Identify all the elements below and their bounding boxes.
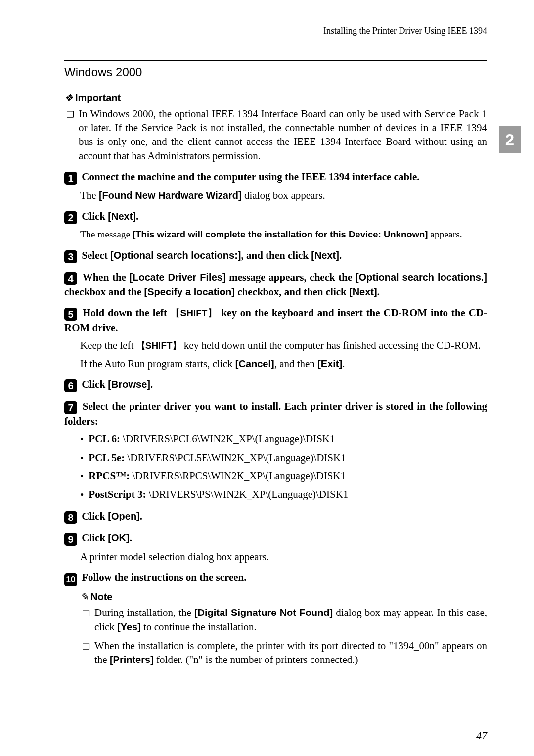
- important-item: ❐ In Windows 2000, the optional IEEE 139…: [66, 107, 487, 163]
- step-8-b: .: [140, 510, 142, 522]
- note-1-c: to continue the installation.: [141, 621, 257, 633]
- shift-key-label: SHIFT: [171, 308, 218, 318]
- step-number-9: 9: [64, 533, 77, 546]
- important-label: Important: [75, 92, 121, 105]
- next-label: [Next]: [108, 211, 136, 222]
- ok-label: [OK]: [108, 532, 129, 543]
- driver-item-text: PCL 6: \DRIVERS\PCL6\WIN2K_XP\(Language)…: [89, 432, 487, 446]
- step-7-main: Select the printer driver you want to in…: [64, 400, 487, 427]
- step-2-body-a: The message: [80, 229, 133, 239]
- driver-item-text: PCL 5e: \DRIVERS\PCL5E\WIN2K_XP\(Languag…: [89, 451, 487, 465]
- step-2-body: The message [This wizard will complete t…: [80, 228, 487, 241]
- step-4-a: When the: [83, 271, 130, 283]
- page-number: 47: [476, 728, 487, 743]
- step-6-b: .: [150, 378, 153, 390]
- note-1-a: During installation, the: [94, 607, 194, 618]
- step-10-main: Follow the instructions on the screen.: [82, 571, 246, 583]
- note-block: ✎ Note ❐ During installation, the [Digit…: [80, 590, 487, 666]
- step-4-c: checkbox and the: [64, 286, 144, 298]
- shift-key-label-2: SHIFT: [136, 340, 181, 351]
- driver-item-text: PostScript 3: \DRIVERS\PS\WIN2K_XP\(Lang…: [89, 487, 487, 501]
- step-1-body-b: dialog box appears.: [242, 189, 325, 201]
- step-9-a: Click: [82, 532, 108, 544]
- step-4: 4 When the [Locate Driver Files] message…: [64, 270, 487, 299]
- step-number-3: 3: [64, 250, 77, 263]
- step-3-c: .: [339, 249, 342, 261]
- exit-label: [Exit]: [317, 358, 342, 369]
- important-header: ❖ Important: [64, 92, 487, 105]
- optional-search-locations-label: [Optional search locations:]: [110, 250, 241, 261]
- driver-list: •PCL 6: \DRIVERS\PCL6\WIN2K_XP\(Language…: [80, 432, 487, 502]
- note-2-b: folder. ("n" is the number of printers c…: [154, 654, 358, 665]
- digital-signature-not-found-label: [Digital Signature Not Found]: [194, 607, 333, 618]
- step-5-body1-b: key held down until the computer has fin…: [181, 339, 481, 351]
- important-icon: ❖: [64, 92, 73, 105]
- found-new-hardware-wizard-label: [Found New Hardware Wizard]: [99, 190, 242, 201]
- list-item: •PCL 5e: \DRIVERS\PCL5E\WIN2K_XP\(Langua…: [80, 451, 487, 465]
- box-bullet-icon: ❐: [66, 109, 74, 121]
- step-4-main: When the [Locate Driver Files] message a…: [64, 271, 487, 298]
- step-8-main: Click [Open].: [82, 510, 142, 522]
- list-item: •PostScript 3: \DRIVERS\PS\WIN2K_XP\(Lan…: [80, 487, 487, 502]
- box-bullet-icon: ❐: [82, 608, 90, 619]
- step-3-a: Select: [82, 249, 110, 261]
- important-text: In Windows 2000, the optional IEEE 1394 …: [79, 107, 487, 163]
- note-label: Note: [90, 590, 112, 604]
- note-header: ✎ Note: [80, 590, 487, 604]
- step-number-1: 1: [64, 172, 77, 185]
- note-2-text: When the installation is complete, the p…: [94, 639, 487, 667]
- note-icon: ✎: [80, 590, 89, 604]
- note-item-1: ❐ During installation, the [Digital Sign…: [82, 606, 487, 634]
- wizard-complete-label: [This wizard will complete the installat…: [133, 229, 428, 239]
- next-label-3: [Next]: [311, 250, 339, 261]
- step-9-body: A printer model selection dialog box app…: [80, 550, 487, 564]
- step-2-body-b: appears.: [428, 229, 462, 239]
- note-1-text: During installation, the [Digital Signat…: [94, 606, 487, 634]
- step-number-8: 8: [64, 511, 77, 524]
- step-9: 9 Click [OK].: [64, 531, 487, 546]
- bullet-icon: •: [80, 470, 84, 483]
- step-number-6: 6: [64, 379, 77, 392]
- step-5-body2-a: If the Auto Run program starts, click: [80, 358, 235, 370]
- step-5-body2-b: , and then: [274, 358, 317, 370]
- list-item: •RPCS™: \DRIVERS\RPCS\WIN2K_XP\(Language…: [80, 469, 487, 483]
- step-5: 5 Hold down the left SHIFT key on the ke…: [64, 306, 487, 334]
- step-5-body-1: Keep the left SHIFT key held down until …: [80, 338, 487, 352]
- header-rule: [64, 43, 487, 43]
- driver-item-text: RPCS™: \DRIVERS\RPCS\WIN2K_XP\(Language)…: [89, 469, 487, 483]
- step-5-body2-c: .: [342, 358, 345, 370]
- step-2: 2 Click [Next].: [64, 209, 487, 224]
- step-4-d: checkbox, and then click: [235, 286, 349, 298]
- step-7: 7 Select the printer driver you want to …: [64, 399, 487, 428]
- step-6-main: Click [Browse].: [82, 378, 153, 390]
- list-item: •PCL 6: \DRIVERS\PCL6\WIN2K_XP\(Language…: [80, 432, 487, 446]
- step-5-a: Hold down the left: [83, 307, 171, 319]
- bullet-icon: •: [80, 432, 84, 446]
- step-1: 1 Connect the machine and the computer u…: [64, 170, 487, 185]
- side-tab: 2: [499, 126, 521, 153]
- step-3-b: , and then click: [241, 249, 311, 261]
- step-5-main: Hold down the left SHIFT key on the keyb…: [64, 307, 487, 333]
- cancel-label: [Cancel]: [235, 358, 274, 369]
- next-label-4: [Next]: [349, 286, 377, 297]
- step-2-main: Click [Next].: [82, 210, 138, 222]
- bullet-icon: •: [80, 451, 84, 465]
- locate-driver-files-label: [Locate Driver Files]: [130, 272, 226, 283]
- bullet-icon: •: [80, 488, 84, 502]
- step-9-main: Click [OK].: [82, 532, 132, 544]
- step-4-e: .: [377, 286, 380, 298]
- step-number-4: 4: [64, 272, 77, 285]
- section-title: Windows 2000: [64, 60, 487, 84]
- step-8: 8 Click [Open].: [64, 509, 487, 524]
- browse-label: [Browse]: [108, 379, 150, 390]
- step-number-10: 10: [64, 573, 77, 586]
- optional-search-locations-checkbox-label: [Optional search locations.]: [356, 272, 487, 283]
- step-5-body-2: If the Auto Run program starts, click [C…: [80, 357, 487, 371]
- yes-label: [Yes]: [117, 621, 141, 632]
- step-5-body1-a: Keep the left: [80, 339, 136, 351]
- step-3-main: Select [Optional search locations:], and…: [82, 249, 342, 261]
- step-8-a: Click: [82, 510, 108, 522]
- step-6-a: Click: [82, 378, 108, 390]
- note-item-2: ❐ When the installation is complete, the…: [82, 639, 487, 667]
- step-2-main-a: Click: [82, 210, 108, 222]
